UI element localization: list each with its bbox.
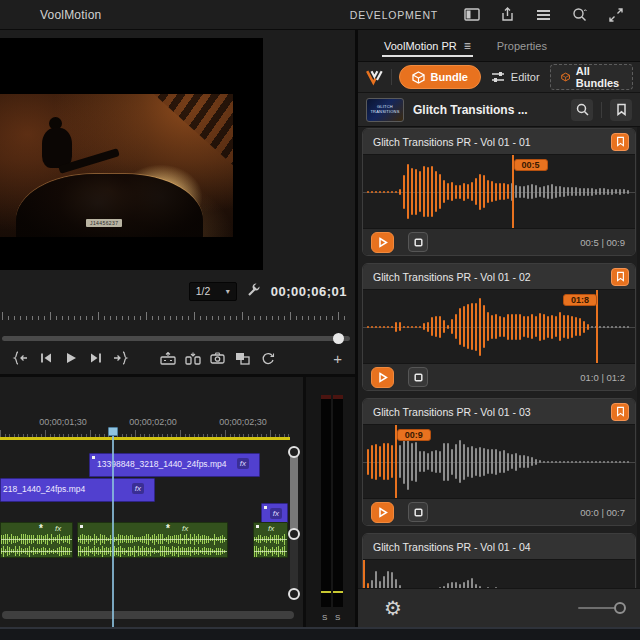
environment-label: DEVELOPMENT (350, 9, 438, 21)
tab-properties[interactable]: Properties (497, 30, 547, 61)
volume-slider[interactable] (578, 601, 626, 615)
bookmark-icon[interactable] (611, 403, 629, 421)
timeline-ruler-label: 00;00;01;30 (39, 417, 87, 427)
card-play-button[interactable] (371, 232, 394, 253)
card-stop-button[interactable] (408, 367, 428, 387)
gear-icon[interactable]: ⚙ (384, 598, 402, 618)
all-bundles-button[interactable]: All Bundles (550, 64, 633, 90)
sound-card[interactable]: Glitch Transitions PR - Vol 01 - 0100:50… (362, 128, 636, 256)
timeline-ruler-label: 00;00;02;00 (129, 417, 177, 427)
clip-marker-dot (256, 525, 259, 528)
editor-mode-button[interactable]: Editor (481, 65, 550, 89)
waveform-area[interactable] (363, 559, 635, 588)
work-area-bar[interactable] (0, 437, 290, 440)
fx-badge[interactable]: fx (132, 483, 144, 494)
volume-slider-knob[interactable] (614, 602, 626, 614)
audio-meter-panel: S S (303, 377, 355, 627)
play-button[interactable] (58, 347, 83, 369)
timeline-vscrollbar-thumb[interactable] (290, 452, 298, 534)
bundle-mode-button[interactable]: Bundle (399, 65, 481, 89)
bookmark-icon[interactable] (611, 268, 629, 286)
playback-resolution-select[interactable]: 1/2 ▾ (189, 282, 237, 301)
clip-indicator (333, 395, 343, 399)
fx-badge[interactable]: fx (270, 508, 282, 519)
timeline-hscrollbar[interactable] (2, 611, 294, 619)
button-editor-plus[interactable]: + (333, 350, 342, 367)
fx-badge[interactable]: fx (182, 524, 188, 533)
card-title: Glitch Transitions PR - Vol 01 - 01 (373, 136, 531, 148)
scrollbar-end-knob[interactable] (288, 588, 300, 600)
menu-icon[interactable] (535, 7, 552, 22)
card-controls: 00:0 | 00:7 (363, 499, 635, 525)
app-title: VoolMotion (40, 8, 101, 22)
sound-card[interactable]: Glitch Transitions PR - Vol 01 - 0201:80… (362, 263, 636, 391)
waveform-area[interactable]: 01:8 (363, 289, 635, 364)
fx-badge[interactable]: fx (268, 524, 274, 533)
solo-right-label[interactable]: S (335, 613, 340, 622)
panel-layout-icon[interactable] (463, 7, 480, 22)
audio-clip-a3[interactable]: fx (253, 522, 288, 558)
playhead-time-badge: 00:5 (514, 159, 548, 171)
bookmark-icon[interactable] (611, 133, 629, 151)
sound-card-list[interactable]: Glitch Transitions PR - Vol 01 - 0100:50… (362, 128, 636, 588)
video-preview[interactable]: J14456237 (0, 94, 233, 237)
scrollbar-end-knob[interactable] (288, 446, 300, 458)
tab-menu-icon[interactable]: ≡ (464, 39, 471, 53)
fx-badge[interactable]: fx (237, 458, 249, 469)
voolmotion-logo-icon (365, 66, 384, 88)
fx-badge[interactable]: fx (55, 524, 61, 533)
go-to-out-button[interactable] (108, 347, 133, 369)
timeline-playhead-handle[interactable] (108, 427, 118, 436)
bundle-title: Glitch Transitions ... (413, 103, 528, 117)
staircase-silhouette (126, 94, 233, 177)
settings-wrench-icon[interactable] (247, 282, 261, 300)
comparison-view-button[interactable] (230, 347, 255, 369)
audio-clip-a2[interactable]: * fx (77, 522, 228, 558)
card-play-button[interactable] (371, 367, 394, 388)
fullscreen-expand-icon[interactable] (607, 7, 624, 22)
audio-clip-a1[interactable]: * fx (0, 522, 73, 558)
video-clip-v1[interactable]: 218_1440_24fps.mp4 fx (0, 478, 155, 502)
card-stop-button[interactable] (408, 502, 428, 522)
scrollbar-end-knob[interactable] (288, 528, 300, 540)
monitor-ruler[interactable] (2, 310, 350, 320)
card-title: Glitch Transitions PR - Vol 01 - 03 (373, 406, 531, 418)
monitor-scrollbar-track[interactable] (2, 336, 350, 341)
license-plate: J14456237 (86, 219, 122, 227)
card-controls: 00:5 | 00:9 (363, 229, 635, 255)
card-playhead[interactable] (363, 560, 365, 588)
export-frame-button[interactable] (205, 347, 230, 369)
playhead-time-badge: 01:8 (563, 294, 597, 306)
video-stage: J14456237 (0, 38, 263, 270)
sound-card[interactable]: Glitch Transitions PR - Vol 01 - 04 (362, 533, 636, 588)
waveform-area[interactable]: 00:9 (363, 424, 635, 499)
monitor-scrollbar-knob[interactable] (333, 333, 344, 344)
video-clip-v2[interactable]: 13398848_3218_1440_24fps.mp4 fx (89, 453, 260, 477)
bundle-thumbnail[interactable]: GLITCH TRANSITIONS (366, 98, 404, 122)
step-back-button[interactable] (33, 347, 58, 369)
bundle-icon (412, 71, 425, 84)
extract-button[interactable] (180, 347, 205, 369)
sliders-icon (491, 71, 505, 83)
search-icon[interactable] (571, 99, 593, 121)
chevron-down-icon: ▾ (226, 287, 230, 296)
solo-left-label[interactable]: S (322, 613, 327, 622)
window-bottom-edge (0, 627, 640, 640)
export-share-icon[interactable] (499, 7, 516, 22)
toolbar-separator (391, 69, 392, 85)
lift-button[interactable] (155, 347, 180, 369)
bookmark-filter-icon[interactable] (610, 99, 632, 121)
loop-playback-button[interactable] (255, 347, 280, 369)
search-zoom-icon[interactable] (571, 7, 588, 22)
monitor-scrollbar[interactable] (2, 332, 350, 344)
step-forward-button[interactable] (83, 347, 108, 369)
card-play-button[interactable] (371, 502, 394, 523)
card-time-display: 00:5 | 00:9 (580, 237, 625, 248)
transport-controls: + (8, 346, 348, 370)
sound-card[interactable]: Glitch Transitions PR - Vol 01 - 0300:90… (362, 398, 636, 526)
waveform-area[interactable]: 00:5 (363, 154, 635, 229)
go-to-in-button[interactable] (8, 347, 33, 369)
card-header: Glitch Transitions PR - Vol 01 - 01 (363, 129, 635, 154)
tab-voolmotion-pr[interactable]: VoolMotion PR ≡ (384, 30, 471, 61)
card-stop-button[interactable] (408, 232, 428, 252)
